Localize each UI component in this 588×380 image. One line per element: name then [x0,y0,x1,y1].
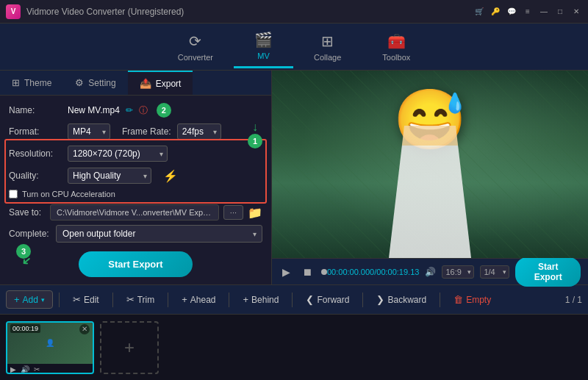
shopping-icon[interactable]: 🛒 [473,6,485,18]
separator-2 [112,293,113,307]
cpu-checkbox[interactable] [9,190,18,198]
tab-setting[interactable]: ⚙ Setting [63,71,127,95]
complete-select[interactable]: Open output folder Do nothing [56,225,262,243]
play-button[interactable]: ▶ [279,265,293,279]
nav-collage-label: Collage [314,53,341,62]
title-bar: V Vidmore Video Converter (Unregistered)… [0,0,588,24]
close-button[interactable]: ✕ [570,6,582,18]
bluetooth-icon[interactable]: ⚡ [163,169,178,183]
separator-4 [229,293,229,307]
empty-button[interactable]: 🗑 Empty [446,291,498,308]
video-content: 😅 [379,71,481,258]
arrow-1-icon: ↓ [252,121,258,134]
maximize-button[interactable]: □ [554,6,566,18]
time-display: 00:00:00.000/00:00:19.13 [327,268,419,276]
cpu-label: Turn on CPU Acceleration [22,190,115,198]
separator-1 [59,293,60,307]
trash-icon: 🗑 [453,294,463,305]
behind-button[interactable]: + Behind [235,291,286,308]
clip-scissors-icon[interactable]: ✂ [34,365,40,373]
name-label: Name: [9,105,62,115]
timeline: 👤 00:00:19 ✕ ▶ 🔊 ✂ + [0,314,588,380]
dots-button[interactable]: ··· [223,205,243,220]
chat-icon[interactable]: 💬 [506,6,517,18]
app-title: Vidmore Video Converter (Unregistered) [26,7,473,17]
add-button[interactable]: + Add ▾ [6,290,53,309]
framerate-label: Frame Rate: [122,126,171,137]
start-export-right-button[interactable]: Start Export [515,257,581,287]
nav-mv[interactable]: 🎬 MV [234,25,293,68]
separator-6 [362,293,363,307]
behind-icon: + [243,294,248,305]
converter-icon: ⟳ [189,32,201,50]
key-icon[interactable]: 🔑 [490,6,501,18]
panel-tabs: ⊞ Theme ⚙ Setting 📤 Export [0,71,271,96]
nav-collage[interactable]: ⊞ Collage [293,26,362,68]
add-clip-button[interactable]: + [100,321,159,374]
export-panel: Name: New MV.mp4 ✏ ⓘ 2 Format: MP4 AVI M… [0,96,271,284]
nav-converter[interactable]: ⟳ Converter [157,26,234,68]
format-select-wrapper: MP4 AVI MOV [68,123,110,140]
collage-icon: ⊞ [321,32,334,50]
menu-icon[interactable]: ≡ [522,6,534,18]
clip-volume-icon[interactable]: 🔊 [21,365,29,373]
format-select[interactable]: MP4 AVI MOV [68,123,110,140]
backward-button[interactable]: ❯ Backward [369,291,434,308]
resolution-select[interactable]: 1280×720 (720p) 1920×1080 (1080p) 640×48… [68,146,168,162]
clip-close-button[interactable]: ✕ [79,324,90,334]
separator-7 [440,293,440,307]
start-export-left-button[interactable]: Start Export [79,251,192,277]
volume-icon[interactable]: 🔊 [425,267,436,277]
complete-label: Complete: [9,229,51,239]
nav-toolbox[interactable]: 🧰 Toolbox [362,26,431,68]
edit-button[interactable]: ✂ Edit [65,291,107,308]
save-to-label: Save to: [9,207,46,218]
ahead-button[interactable]: + Ahead [174,291,223,308]
page-info: 1 / 1 [565,295,582,305]
forward-button[interactable]: ❮ Forward [298,291,356,308]
quality-label: Quality: [9,171,62,181]
tab-export[interactable]: 📤 Export [128,71,193,95]
quality-select-wrapper: High Quality Medium Quality Low Quality [68,168,151,184]
add-dropdown-icon: ▾ [41,296,45,304]
quality-select[interactable]: High Quality Medium Quality Low Quality [68,168,151,184]
stop-button[interactable]: ⏹ [299,265,315,279]
resolution-select-wrapper: 1280×720 (720p) 1920×1080 (1080p) 640×48… [68,146,168,162]
complete-select-wrapper: Open output folder Do nothing [56,225,262,243]
edit-pencil-icon[interactable]: ✏ [126,105,133,115]
video-preview: 😅 [272,71,588,258]
toolbox-icon: 🧰 [387,32,406,50]
progress-dot [321,269,327,275]
trim-button[interactable]: ✂ Trim [119,291,162,308]
format-label: Format: [9,126,62,137]
zoom-select[interactable]: 1/4 1/2 Full [480,265,509,279]
ratio-select[interactable]: 16:9 4:3 1:1 [442,265,474,279]
top-nav: ⟳ Converter 🎬 MV ⊞ Collage 🧰 Toolbox [0,24,588,71]
separator-3 [168,293,168,307]
tab-theme[interactable]: ⊞ Theme [0,71,63,95]
nav-toolbox-label: Toolbox [382,53,410,62]
separator-5 [292,293,293,307]
edit-icon: ✂ [73,294,81,305]
framerate-select[interactable]: 24fps 30fps 60fps [177,123,221,140]
bottom-toolbar: + Add ▾ ✂ Edit ✂ Trim + Ahead + Behind ❮… [0,284,588,314]
cpu-row: Turn on CPU Acceleration [9,190,262,198]
export-icon: 📤 [140,78,151,89]
mv-icon: 🎬 [254,31,273,49]
ahead-icon: + [182,294,187,305]
app-icon: V [6,4,21,19]
right-panel: 😅 ▶ ⏹ 00:00:00.000/00:00:19.13 🔊 16:9 4:… [272,71,588,284]
trim-icon: ✂ [126,294,135,305]
folder-icon-button[interactable]: 📁 [248,206,262,220]
backward-icon: ❯ [376,294,384,305]
nav-mv-label: MV [257,51,270,60]
setting-gear-icon: ⚙ [75,77,84,88]
name-row: Name: New MV.mp4 ✏ ⓘ 2 [9,103,262,118]
zoom-select-wrapper: 1/4 1/2 Full [480,265,509,279]
quality-row: Quality: High Quality Medium Quality Low… [9,168,262,184]
theme-grid-icon: ⊞ [12,77,20,88]
minimize-button[interactable]: — [538,6,550,18]
resolution-row: Resolution: 1280×720 (720p) 1920×1080 (1… [9,146,262,162]
clip-play-icon[interactable]: ▶ [10,365,16,373]
start-export-area: 3 ➜ Start Export [9,251,262,277]
